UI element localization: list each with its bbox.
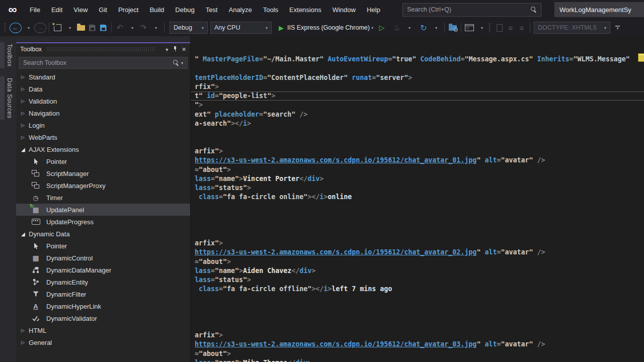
hot-reload-dropdown-icon[interactable]: ▾: [404, 22, 415, 34]
side-tab-toolbox[interactable]: Toolbox: [0, 42, 16, 68]
toolbar-drag-grip[interactable]: [4, 23, 7, 33]
code-line[interactable]: tentPlaceHolderID="ContentPlaceHolder" r…: [195, 73, 644, 82]
browse-with-button[interactable]: [447, 22, 458, 34]
code-line[interactable]: lass="status">: [195, 184, 644, 193]
quick-search-input[interactable]: Search (Ctrl+Q): [403, 3, 541, 17]
toolbox-category-ajax-extensions[interactable]: ◢AJAX Extensions: [16, 143, 190, 155]
toolbox-item-pointer[interactable]: Pointer: [16, 240, 190, 252]
code-line[interactable]: https://s3-us-west-2.amazonaws.com/s.cdp…: [195, 156, 644, 165]
expand-arrow-icon[interactable]: ▷: [21, 86, 29, 92]
toolbox-category-dynamic-data[interactable]: ◢Dynamic Data: [16, 228, 190, 240]
redo-dropdown-icon[interactable]: ▾: [150, 22, 162, 34]
code-line[interactable]: lass="name">Aiden Chavez</div>: [195, 266, 644, 276]
menu-item-file[interactable]: File: [24, 0, 46, 19]
collapse-arrow-icon[interactable]: ◢: [21, 231, 29, 237]
save-button[interactable]: [87, 22, 98, 34]
redo-button[interactable]: ↷: [138, 22, 149, 34]
increase-indent-button[interactable]: ≡: [516, 22, 527, 34]
code-line[interactable]: [195, 64, 644, 73]
toolbar-overflow-button[interactable]: ▾: [615, 26, 620, 30]
menu-item-extensions[interactable]: Extensions: [284, 0, 327, 19]
menu-item-help[interactable]: Help: [361, 0, 386, 19]
toolbox-category-validation[interactable]: ▷Validation: [16, 95, 190, 107]
toolbox-item-scriptmanagerproxy[interactable]: ScriptManagerProxy: [16, 179, 190, 192]
code-line[interactable]: [195, 322, 644, 331]
code-line[interactable]: class="fa fa-circle online"></i>online: [195, 193, 644, 202]
solution-platform-select[interactable]: Any CPU ▾: [210, 22, 272, 34]
solution-configuration-select[interactable]: Debug ▾: [170, 22, 208, 34]
menu-item-build[interactable]: Build: [144, 0, 170, 19]
code-line[interactable]: rfix">: [195, 82, 644, 92]
menu-item-window[interactable]: Window: [327, 0, 361, 19]
code-line[interactable]: [195, 294, 644, 303]
pin-icon[interactable]: [173, 46, 177, 53]
code-line[interactable]: [195, 312, 644, 321]
toolbox-item-pointer[interactable]: Pointer: [16, 155, 190, 167]
restart-dropdown-icon[interactable]: ▾: [431, 22, 442, 34]
toolbox-category-html[interactable]: ▷HTML: [16, 324, 190, 336]
code-line[interactable]: lass="status">: [195, 276, 644, 285]
undo-button[interactable]: ↶: [114, 22, 125, 34]
code-line[interactable]: [195, 303, 644, 312]
browser-link-dropdown-icon[interactable]: ▾: [476, 22, 488, 34]
toolbox-item-scriptmanager[interactable]: ScriptManager: [16, 167, 190, 179]
code-editor[interactable]: " MasterPageFile="~/Main.Master" AutoEve…: [190, 36, 644, 362]
menu-item-edit[interactable]: Edit: [46, 0, 68, 19]
code-line[interactable]: arfix">: [195, 239, 644, 248]
code-line[interactable]: ="about">: [195, 257, 644, 266]
code-line[interactable]: [195, 128, 644, 137]
code-line[interactable]: arfix">: [195, 331, 644, 340]
code-line[interactable]: [195, 220, 644, 229]
save-all-button[interactable]: [98, 22, 109, 34]
expand-arrow-icon[interactable]: ▷: [21, 135, 29, 140]
code-line[interactable]: [195, 202, 644, 211]
code-line[interactable]: ">: [195, 101, 644, 110]
code-line[interactable]: [195, 230, 644, 239]
toolbox-category-login[interactable]: ▷Login: [16, 119, 190, 131]
navigate-back-dropdown-icon[interactable]: ▾: [23, 22, 34, 34]
toolbox-item-dynamiccontrol[interactable]: ▦DynamicControl: [16, 252, 190, 264]
navigate-forward-button[interactable]: →: [34, 23, 46, 33]
code-line[interactable]: ext" placeholder="search" />: [195, 110, 644, 119]
toolbar-drag-grip[interactable]: [489, 23, 491, 33]
menu-item-git[interactable]: Git: [93, 0, 113, 19]
code-line[interactable]: a-search"></i>: [195, 119, 644, 128]
smart-tag-icon[interactable]: [638, 53, 644, 62]
expand-arrow-icon[interactable]: ▷: [21, 123, 29, 128]
code-line[interactable]: https://s3-us-west-2.amazonaws.com/s.cdp…: [195, 340, 644, 349]
doctype-select[interactable]: DOCTYPE: XHTML5 ▾: [534, 22, 610, 34]
restart-button[interactable]: ↻: [418, 22, 429, 34]
toolbox-item-dynamichyperlink[interactable]: ADynamicHyperLink: [16, 300, 190, 312]
code-line[interactable]: ="about">: [195, 165, 644, 174]
start-debugging-button[interactable]: ▶ IIS Express (Google Chrome) ▾: [276, 24, 376, 32]
menu-item-project[interactable]: Project: [113, 0, 144, 19]
menu-item-test[interactable]: Test: [200, 0, 223, 19]
toolbox-item-dynamicvalidator[interactable]: DynamicValidator: [16, 312, 190, 324]
close-icon[interactable]: ×: [182, 47, 186, 52]
expand-arrow-icon[interactable]: ▷: [21, 340, 29, 345]
expand-arrow-icon[interactable]: ▷: [21, 111, 29, 116]
browser-link-button[interactable]: [464, 22, 475, 34]
code-line[interactable]: t" id="people-list">: [191, 92, 644, 101]
code-line[interactable]: class="fa fa-circle offline"></i>left 7 …: [195, 285, 644, 294]
toolbox-category-navigation[interactable]: ▷Navigation: [16, 107, 190, 119]
toolbox-category-webparts[interactable]: ▷WebParts: [16, 131, 190, 143]
toolbox-category-standard[interactable]: ▷Standard: [16, 71, 190, 83]
code-line[interactable]: ="about">: [195, 349, 644, 358]
side-tab-data-sources[interactable]: Data Sources: [0, 76, 16, 120]
expand-arrow-icon[interactable]: ▷: [21, 328, 29, 333]
code-line[interactable]: [195, 211, 644, 220]
new-project-button[interactable]: [52, 22, 63, 34]
navigate-back-button[interactable]: ←: [10, 23, 22, 33]
undo-dropdown-icon[interactable]: ▾: [127, 22, 138, 34]
open-file-button[interactable]: [75, 22, 87, 34]
code-line[interactable]: https://s3-us-west-2.amazonaws.com/s.cdp…: [195, 248, 644, 257]
toolbox-item-dynamicdatamanager[interactable]: DynamicDataManager: [16, 264, 190, 276]
toolbox-category-general[interactable]: ▷General: [16, 336, 190, 348]
code-line[interactable]: lass="name">Mike Thomas</div>: [195, 358, 644, 362]
new-item-button[interactable]: [494, 22, 505, 34]
start-without-debugging-button[interactable]: ▷: [376, 22, 387, 34]
expand-arrow-icon[interactable]: ▷: [21, 99, 29, 104]
toolbox-title-bar[interactable]: Toolbox ▾ ×: [16, 43, 190, 55]
menu-item-debug[interactable]: Debug: [170, 0, 200, 19]
